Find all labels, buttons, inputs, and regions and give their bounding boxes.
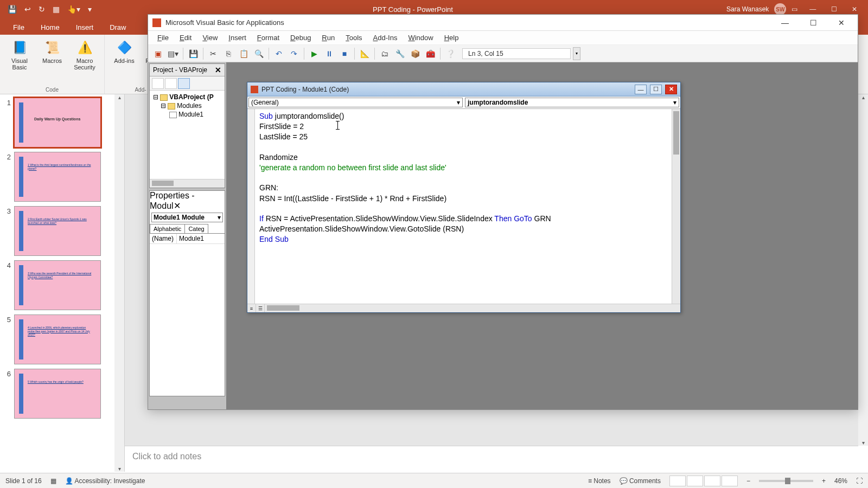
qat-more-icon[interactable]: ▾ xyxy=(88,5,92,14)
tab-file[interactable]: File xyxy=(5,20,32,35)
code-window-titlebar[interactable]: PPT Coding - Module1 (Code) — ☐ ✕ xyxy=(247,82,680,97)
menu-format[interactable]: Format xyxy=(252,32,284,43)
zoom-level[interactable]: 46% xyxy=(834,477,847,485)
save-icon[interactable]: 💾 xyxy=(187,47,200,60)
slide-thumb-4[interactable]: 43 Who was the seventh President of the … xyxy=(3,260,124,310)
present-icon[interactable]: ▦ xyxy=(53,5,60,14)
undo-icon[interactable]: ↶ xyxy=(272,47,285,60)
view-ppt-icon[interactable]: ▣ xyxy=(151,47,164,60)
menu-edit[interactable]: Edit xyxy=(175,32,196,43)
sorter-view-icon[interactable] xyxy=(687,476,703,486)
code-minimize-icon[interactable]: — xyxy=(635,85,647,94)
thumbnail-scrollbar[interactable]: ▴▾ xyxy=(114,94,124,472)
menu-view[interactable]: View xyxy=(197,32,222,43)
slide-thumb-6[interactable]: 65 Which country has the origin of bald … xyxy=(3,369,124,419)
visual-basic-button[interactable]: 📘Visual Basic xyxy=(4,37,35,73)
project-tree[interactable]: ⊟ VBAProject (P ⊟ Modules Module1 xyxy=(150,91,225,179)
vba-title-bar[interactable]: Microsoft Visual Basic for Applications … xyxy=(148,15,858,31)
menu-run[interactable]: Run xyxy=(317,32,340,43)
addins-button[interactable]: 🔷Add-ins xyxy=(109,37,139,66)
code-hscroll[interactable] xyxy=(265,304,680,312)
canvas-scrollbar[interactable]: ▴▾ xyxy=(858,94,868,446)
run-icon[interactable]: ▶ xyxy=(308,47,321,60)
tab-insert[interactable]: Insert xyxy=(68,20,101,35)
zoom-in-icon[interactable]: + xyxy=(822,477,826,485)
view-code-icon[interactable] xyxy=(152,78,164,89)
code-maximize-icon[interactable]: ☐ xyxy=(650,85,662,94)
undo-icon[interactable]: ↩ xyxy=(24,5,31,14)
save-icon[interactable]: 💾 xyxy=(8,5,17,14)
insert-module-icon[interactable]: ▤▾ xyxy=(167,47,180,60)
vba-close-icon[interactable]: ✕ xyxy=(829,15,853,30)
find-icon[interactable]: 🔍 xyxy=(252,47,265,60)
code-close-icon[interactable]: ✕ xyxy=(665,85,677,94)
slide-thumbnail-pane[interactable]: 1Daily Warm Up Questions21 What is the t… xyxy=(0,94,125,472)
status-notes-button[interactable]: ≡ Notes xyxy=(588,477,611,485)
normal-view-icon[interactable] xyxy=(669,476,686,486)
properties-icon[interactable]: 🔧 xyxy=(393,47,406,60)
user-avatar[interactable]: SW xyxy=(774,3,786,15)
macros-button[interactable]: 📜Macros xyxy=(37,37,67,66)
redo-icon[interactable]: ↻ xyxy=(39,5,45,14)
full-module-view-icon[interactable]: ☰ xyxy=(256,304,265,312)
properties-object-combo[interactable]: Module1 Module▾ xyxy=(151,213,223,222)
status-slide-number[interactable]: Slide 1 of 16 xyxy=(5,477,42,485)
properties-grid[interactable]: (Name)Module1 xyxy=(150,234,225,396)
menu-tools[interactable]: Tools xyxy=(341,32,367,43)
design-mode-icon[interactable]: 📐 xyxy=(358,47,371,60)
tab-draw[interactable]: Draw xyxy=(102,20,133,35)
vba-minimize-icon[interactable]: — xyxy=(773,15,797,30)
toggle-folders-icon[interactable] xyxy=(178,78,190,89)
slide-thumb-1[interactable]: 1Daily Warm Up Questions xyxy=(3,98,124,147)
status-accessibility[interactable]: 👤 Accessibility: Investigate xyxy=(65,477,145,485)
break-icon[interactable]: ⏸ xyxy=(323,47,336,60)
cut-icon[interactable]: ✂ xyxy=(207,47,220,60)
help-icon[interactable]: ❔ xyxy=(444,47,457,60)
toolbox-icon[interactable]: 🧰 xyxy=(424,47,437,60)
menu-window[interactable]: Window xyxy=(403,32,438,43)
reset-icon[interactable]: ■ xyxy=(338,47,351,60)
code-vscroll[interactable] xyxy=(672,109,680,304)
copy-icon[interactable]: ⎘ xyxy=(222,47,235,60)
redo-icon[interactable]: ↷ xyxy=(288,47,301,60)
menu-file[interactable]: File xyxy=(152,32,174,43)
procedure-dropdown[interactable]: jumptorandomslide▾ xyxy=(465,98,679,107)
project-explorer-icon[interactable]: 🗂 xyxy=(378,47,391,60)
project-hscroll[interactable] xyxy=(150,179,225,188)
menu-help[interactable]: Help xyxy=(439,32,464,43)
zoom-slider[interactable] xyxy=(759,480,813,482)
tab-home[interactable]: Home xyxy=(33,20,67,35)
object-dropdown[interactable]: (General)▾ xyxy=(248,98,463,107)
minimize-icon[interactable]: — xyxy=(803,5,822,13)
tab-categorized[interactable]: Categ xyxy=(184,224,208,233)
project-close-icon[interactable]: ✕ xyxy=(215,66,221,74)
status-layout-icon[interactable]: ▦ xyxy=(50,477,56,485)
tab-alphabetic[interactable]: Alphabetic xyxy=(150,224,185,233)
ribbon-display-icon[interactable]: ▭ xyxy=(792,5,797,13)
object-browser-icon[interactable]: 📦 xyxy=(409,47,422,60)
menu-insert[interactable]: Insert xyxy=(224,32,251,43)
reading-view-icon[interactable] xyxy=(704,476,720,486)
slide-thumb-2[interactable]: 21 What is the third largest continent/l… xyxy=(3,152,124,202)
view-object-icon[interactable] xyxy=(165,78,177,89)
notes-pane[interactable]: Click to add notes xyxy=(125,446,858,472)
maximize-icon[interactable]: ☐ xyxy=(825,5,844,13)
menu-debug[interactable]: Debug xyxy=(285,32,316,43)
user-name[interactable]: Sara Wanasek xyxy=(726,5,769,13)
status-comments-button[interactable]: 💬 Comments xyxy=(620,477,661,485)
vba-maximize-icon[interactable]: ☐ xyxy=(801,15,825,30)
menu-addins[interactable]: Add-Ins xyxy=(368,32,403,43)
properties-close-icon[interactable]: ✕ xyxy=(174,201,181,210)
toolbar-overflow-icon[interactable]: ▾ xyxy=(573,47,580,60)
paste-icon[interactable]: 📋 xyxy=(237,47,250,60)
slide-thumb-3[interactable]: 32 First Earth orbiter Soviet Union's Sp… xyxy=(3,206,124,256)
slide-thumb-5[interactable]: 54 Launched in 2006, which planetary exp… xyxy=(3,314,124,364)
procedure-view-icon[interactable]: ≡ xyxy=(247,304,256,312)
close-icon[interactable]: ✕ xyxy=(845,5,864,13)
zoom-out-icon[interactable]: − xyxy=(746,477,750,485)
fit-window-icon[interactable]: ⛶ xyxy=(856,477,863,485)
slideshow-view-icon[interactable] xyxy=(722,476,738,486)
touch-icon[interactable]: 👆▾ xyxy=(67,5,80,14)
code-editor[interactable]: Sub jumptorandomslide() FirstSlide = 2 L… xyxy=(255,109,672,304)
macro-security-button[interactable]: ⚠️Macro Security xyxy=(69,37,100,73)
